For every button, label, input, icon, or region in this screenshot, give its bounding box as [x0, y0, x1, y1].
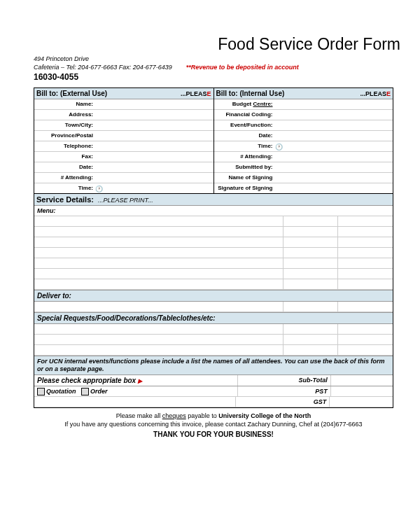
clock-icon: 🕐 — [275, 144, 282, 150]
triangle-icon: ▶ — [138, 378, 142, 384]
line-item[interactable] — [34, 216, 393, 227]
ext-time-field[interactable]: 🕐 — [95, 185, 214, 192]
service-details-header: Service Details:...PLEASE PRINT... — [34, 194, 393, 206]
footer: Please make all cheques payable to Unive… — [34, 412, 393, 439]
int-submitted-label: Submitted by: — [214, 164, 275, 170]
checkbox-row: Please check appropriate box ▶ Sub-Total — [34, 375, 393, 386]
gst-field[interactable] — [329, 397, 393, 407]
ext-fax-label: Fax: — [34, 154, 95, 160]
external-header: Bill to: (External Use)...PLEASE — [34, 88, 214, 99]
requests-field[interactable] — [34, 335, 393, 345]
line-item[interactable] — [34, 248, 393, 258]
bill-to-external: Bill to: (External Use)...PLEASE Name: A… — [34, 88, 214, 193]
ext-address-label: Address: — [34, 112, 95, 118]
int-signing-name-label: Name of Signing — [214, 175, 275, 181]
int-budget-label: Budget Centre: — [214, 102, 275, 107]
ext-date-label: Date: — [34, 164, 95, 170]
line-item[interactable] — [34, 258, 393, 269]
special-requests-header: Special Requests/Food/Decorations/Tablec… — [34, 312, 393, 324]
ext-time-label: Time: — [34, 186, 95, 191]
quotation-label: Quotation — [46, 388, 76, 395]
menu-label: Menu: — [34, 207, 65, 214]
line-item[interactable] — [34, 269, 393, 279]
thank-you: THANK YOU FOR YOUR BUSINESS! — [34, 430, 393, 439]
deliver-field[interactable] — [34, 302, 393, 312]
requests-field[interactable] — [34, 345, 393, 356]
internal-events-note: For UCN internal events/functions please… — [34, 356, 393, 375]
pst-label: PST — [237, 386, 330, 396]
int-signature-label: Signature of Signing — [214, 186, 275, 191]
ext-name-label: Name: — [34, 102, 95, 107]
line-item[interactable] — [34, 279, 393, 290]
payable-line: Please make all cheques payable to Unive… — [34, 412, 393, 421]
bill-to-internal: Bill to: (Internal Use)...PLEASE Budget … — [214, 88, 393, 193]
internal-header: Bill to: (Internal Use)...PLEASE — [214, 88, 393, 99]
int-attending-label: # Attending: — [214, 154, 275, 160]
checkbox-header: Please check appropriate box ▶ — [37, 377, 142, 384]
ext-phone-label: Telephone: — [34, 144, 95, 149]
subtotal-field[interactable] — [330, 375, 393, 386]
quotation-checkbox[interactable] — [37, 388, 45, 396]
revenue-note: **Revenue to be deposited in account — [186, 64, 299, 72]
ext-province-label: Province/Postal — [34, 133, 95, 139]
addr-line1: 494 Princeton Drive — [34, 55, 393, 64]
deliver-to-header: Deliver to: — [34, 290, 393, 302]
gst-label: GST — [235, 397, 330, 407]
order-label: Order — [90, 388, 108, 395]
int-time-label: Time: — [214, 144, 275, 149]
clock-icon: 🕐 — [95, 186, 102, 192]
line-item[interactable] — [34, 227, 393, 237]
int-coding-label: Financial Coding: — [214, 112, 275, 118]
pst-field[interactable] — [330, 386, 393, 396]
ext-attending-label: # Attending: — [34, 175, 95, 181]
int-time-field[interactable]: 🕐 — [275, 143, 393, 150]
requests-field[interactable] — [34, 324, 393, 335]
subtotal-label: Sub-Total — [237, 375, 330, 386]
menu-row: Menu: — [34, 206, 393, 216]
address-block: 494 Princeton Drive Cafeteria – Tel: 204… — [34, 55, 393, 71]
contact-line: If you have any questions concerning thi… — [34, 421, 393, 429]
order-checkbox[interactable] — [81, 388, 89, 396]
ext-town-label: Town/City: — [34, 122, 95, 128]
form-body: Bill to: (External Use)...PLEASE Name: A… — [34, 88, 393, 408]
form-title: Food Service Order Form — [34, 35, 400, 54]
int-date-label: Date: — [214, 133, 275, 139]
addr-line2: Cafeteria – Tel: 204-677-6663 Fax: 204-6… — [34, 64, 393, 72]
line-item[interactable] — [34, 237, 393, 248]
int-event-label: Event/Function: — [214, 122, 275, 128]
account-number: 16030-4055 — [34, 72, 393, 82]
food-service-order-form: Food Service Order Form 494 Princeton Dr… — [0, 0, 420, 453]
header: Food Service Order Form 494 Princeton Dr… — [34, 35, 393, 82]
